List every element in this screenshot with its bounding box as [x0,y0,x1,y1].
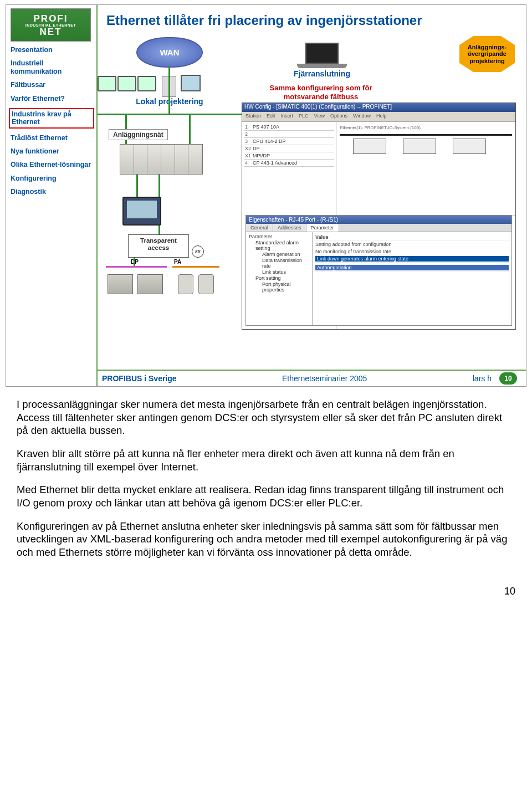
label-pa: PA [174,259,181,265]
bus-line-icon [340,134,512,136]
tab-parameter[interactable]: Parameter [306,224,339,232]
menu-station[interactable]: Station [245,113,261,120]
profinet-logo: PROFI INDUSTRIAL ETHERNET NET [11,8,91,42]
notes-text: I processanläggningar sker numera det me… [17,398,515,559]
label-anlaggningsnat: Anläggningsnät [109,129,168,140]
plc-rack-icon [120,144,203,175]
nav-nya-funktioner[interactable]: Nya funktioner [11,147,94,155]
notes-p2: Kraven blir allt större på att kunna nå … [17,447,515,473]
hwconfig-titlebar: HW Config - [SIMATIC 400(1) (Configurati… [242,103,515,112]
menu-view[interactable]: View [314,113,325,120]
pc-screen-icon [181,75,201,91]
trans-line1: Transparent [140,237,177,244]
param-tree-item[interactable]: Port physical properties [248,281,310,293]
rack-slot-num: 2 [245,131,253,137]
footer-mid: Ethernetseminarier 2005 [282,374,367,383]
param-tree-item[interactable]: Parameter [248,234,310,240]
bus-label: Ethernet(1): PROFINET-IO-System (100) [340,125,421,130]
diagram-area: WAN Anläggnings-övergripande projekterin… [103,36,520,346]
slide-container: PROFI INDUSTRIAL ETHERNET NET Presentati… [6,4,526,387]
rack-slot-text: PS 407 10A [253,124,333,130]
nav-varfor[interactable]: Varför Ethernet? [11,95,94,103]
io-device-icon [403,139,436,154]
rack-slot-text: CP 443-1 Advanced [253,160,333,166]
pa-device-icon [178,274,193,294]
net-line-icon [168,66,170,114]
rack-slot-text: CPU 414-2 DP [253,139,333,144]
rack-slot-text: DP [253,146,333,151]
param-row[interactable]: Autonegotiation [314,264,510,272]
menu-options[interactable]: Options [330,113,347,120]
nav-diagnostik[interactable]: Diagnostik [11,188,94,196]
wan-cloud: WAN [136,37,203,68]
workstation-monitors-icon [98,76,156,91]
param-tree-item[interactable]: Alarm generation [248,252,310,258]
logo-line2: NET [40,27,62,37]
menu-plc[interactable]: PLC [299,113,309,120]
hmi-panel-icon [122,197,161,226]
param-tree: Parameter Standardized alarm setting Ala… [246,232,313,325]
net-line-icon [189,114,191,144]
io-device-icon [353,139,386,154]
nav-olika-losningar[interactable]: Olika Ethernet-lösningar [11,161,94,168]
footer-author: lars h [473,374,492,383]
nav-konfigurering[interactable]: Konfigurering [11,175,94,182]
hwconfig-menubar: Station Edit Insert PLC View Options Win… [242,112,515,122]
param-values: Value Setting adopted from configuration… [313,232,511,325]
tab-general[interactable]: General [246,224,273,232]
notes-p3: Med Ethernet blir detta mycket enklare a… [17,483,515,509]
properties-tabs: General Addresses Parameter [246,224,511,232]
net-line-icon [98,114,242,115]
net-line-icon [134,258,135,266]
transparent-access-box: Transparent access [128,234,189,258]
param-row: No monitoring of transmission rate [314,248,510,255]
rack-slot-num: 1 [245,124,253,130]
nav-presentation[interactable]: Presentation [11,46,94,54]
dp-bus-line-icon [106,266,167,268]
properties-dialog: Eigenschaften - RJ-45 Port - (R-/S1) Gen… [245,215,512,326]
notes-p1: I processanläggningar sker numera det me… [17,398,515,437]
label-fjarranslutning: Fjärranslutning [280,69,364,78]
footer-left: PROFIBUS i Sverige [102,374,177,383]
param-tree-item[interactable]: Port setting [248,275,310,281]
tab-addresses[interactable]: Addresses [273,224,306,232]
menu-edit[interactable]: Edit [267,113,275,120]
nav-faltbussar[interactable]: Fältbussar [11,81,94,89]
hwconfig-window: HW Config - [SIMATIC 400(1) (Configurati… [242,103,516,330]
io-device-icon [453,139,486,154]
menu-window[interactable]: Window [353,113,371,120]
io-module-icon [108,274,133,294]
slide-title: Ethernet tillåter fri placering av ingen… [106,13,520,28]
laptop-icon [291,43,352,62]
param-tree-item[interactable]: Standardized alarm setting [248,240,310,252]
label-samma-konfigurering: Samma konfigurering som för motsvarande … [257,84,385,101]
pa-bus-line-icon [172,266,219,268]
param-row: Setting adopted from configuration [314,241,510,248]
nav-industriell[interactable]: Industriell kommunikation [11,59,94,75]
trans-line2: access [148,244,169,251]
param-row[interactable]: Link down generates alarm entering state [314,255,510,263]
rack-slot-num: X1 [245,153,253,158]
slide-footer: PROFIBUS i Sverige Ethernetseminarier 20… [98,370,526,386]
topology-pane: Ethernet(1): PROFINET-IO-System (100) [336,122,515,216]
properties-title: Eigenschaften - RJ-45 Port - (R-/S1) [246,216,511,224]
rack-slot-num: 4 [245,160,253,166]
pa-device-icon [198,274,214,294]
nav-tradlost[interactable]: Trådlöst Ethernet [11,134,94,142]
param-tree-item[interactable]: Data transmission rate [248,258,310,269]
nav-industrins-krav[interactable]: Industrins krav på Ethernet [9,108,94,129]
badge-projektering: Anläggnings-övergripande projektering [459,36,515,72]
slide-inner: PROFI INDUSTRIAL ETHERNET NET Presentati… [6,5,526,386]
rack-slot-text [253,131,333,137]
page-number: 10 [0,569,532,603]
param-tree-item[interactable]: Link status [248,269,310,275]
notes-p4: Konfigureringen av på Ethernet anslutna … [17,520,515,559]
param-row: Value [314,234,510,241]
ex-symbol-icon: εx [192,245,204,258]
menu-help[interactable]: Help [376,113,387,120]
logo-line1: PROFI [34,14,68,23]
menu-insert[interactable]: Insert [281,113,294,120]
sidebar: PROFI INDUSTRIAL ETHERNET NET Presentati… [6,5,98,386]
rack-slot-num: X2 [245,146,253,151]
rack-slot-num: 3 [245,139,253,144]
